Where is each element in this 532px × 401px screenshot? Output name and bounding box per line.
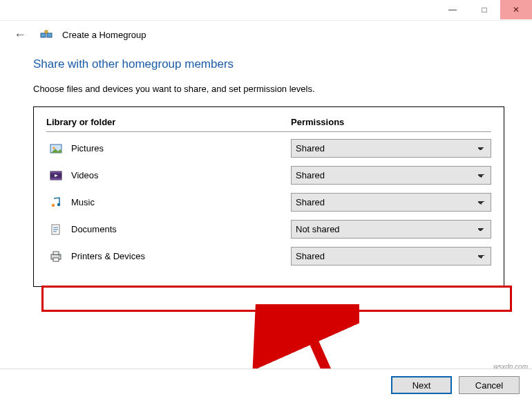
printer-icon — [49, 250, 63, 263]
documents-permission-select[interactable]: SharedNot shared — [291, 220, 491, 239]
svg-point-18 — [59, 255, 60, 257]
row-label: Music — [71, 197, 95, 207]
svg-rect-6 — [50, 171, 61, 174]
row-printers-permission: SharedNot shared — [291, 243, 491, 270]
row-documents-label: Documents — [46, 216, 270, 243]
minimize-button[interactable]: — — [437, 0, 468, 19]
svg-point-2 — [45, 30, 48, 32]
printers-permission-select[interactable]: SharedNot shared — [291, 247, 491, 265]
row-label: Pictures — [71, 143, 104, 153]
titlebar: — □ ✕ — [0, 0, 532, 21]
homegroup-icon — [40, 29, 53, 41]
row-printers-label: Printers & Devices — [46, 243, 270, 270]
dialog-footer: Next Cancel — [0, 369, 532, 401]
row-videos-label: Videos — [46, 162, 270, 189]
svg-rect-0 — [41, 33, 46, 37]
back-arrow-icon[interactable]: ← — [10, 26, 30, 44]
wizard-header: ← Create a Homegroup — [0, 21, 532, 45]
close-button[interactable]: ✕ — [500, 0, 532, 19]
row-music-label: Music — [46, 189, 270, 216]
page-subtext: Choose files and devices you want to sha… — [33, 84, 504, 94]
pictures-permission-select[interactable]: SharedNot shared — [291, 139, 491, 158]
svg-point-10 — [57, 203, 60, 205]
row-label: Printers & Devices — [71, 251, 145, 261]
annotation-highlight-box — [41, 286, 512, 312]
svg-point-4 — [53, 147, 55, 149]
page-heading: Share with other homegroup members — [33, 57, 504, 71]
header-divider — [46, 131, 491, 132]
row-label: Videos — [71, 170, 99, 180]
row-music-permission: SharedNot shared — [291, 189, 491, 216]
svg-point-9 — [52, 203, 55, 206]
svg-rect-1 — [47, 33, 52, 37]
row-pictures-permission: SharedNot shared — [291, 135, 491, 162]
row-documents-permission: SharedNot shared — [291, 216, 491, 243]
cancel-button[interactable]: Cancel — [459, 376, 520, 394]
row-videos-permission: SharedNot shared — [291, 162, 491, 189]
row-label: Documents — [71, 224, 117, 234]
videos-icon — [49, 169, 63, 182]
row-pictures-label: Pictures — [46, 136, 270, 162]
pictures-icon — [49, 142, 63, 155]
column-header-library: Library or folder — [46, 117, 270, 131]
svg-rect-17 — [53, 258, 59, 261]
maximize-button[interactable]: □ — [468, 0, 500, 19]
wizard-content: Share with other homegroup members Choos… — [0, 45, 532, 287]
column-header-permissions: Permissions — [291, 117, 491, 131]
window-title: Create a Homegroup — [62, 30, 146, 40]
sharing-panel: Library or folder Permissions Pictures S… — [33, 106, 504, 287]
svg-rect-16 — [53, 252, 59, 254]
music-permission-select[interactable]: SharedNot shared — [291, 193, 491, 212]
videos-permission-select[interactable]: SharedNot shared — [291, 166, 491, 185]
music-icon — [49, 196, 63, 209]
next-button[interactable]: Next — [391, 376, 452, 394]
documents-icon — [49, 223, 63, 236]
svg-rect-7 — [50, 178, 61, 180]
